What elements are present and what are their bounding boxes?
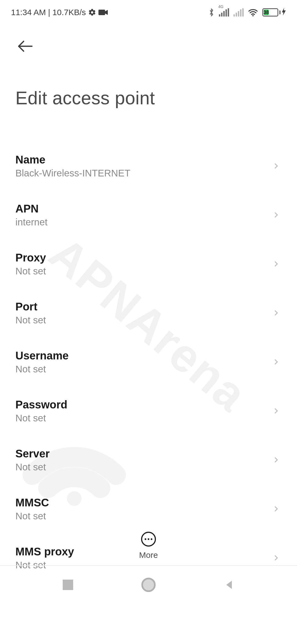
signal-network-label: 4G — [218, 4, 224, 9]
charging-icon — [282, 8, 286, 17]
setting-label: Password — [15, 399, 67, 411]
setting-label: Name — [15, 154, 130, 166]
more-icon — [141, 532, 156, 547]
setting-label: Proxy — [15, 252, 46, 264]
setting-row-name[interactable]: Name Black-Wireless-INTERNET — [15, 141, 282, 190]
chevron-right-icon — [271, 209, 282, 220]
nav-home-button[interactable] — [140, 577, 157, 593]
svg-rect-0 — [98, 10, 105, 15]
setting-label: Server — [15, 447, 50, 460]
nav-recents-button[interactable] — [60, 577, 76, 593]
chevron-right-icon — [271, 405, 282, 416]
status-time: 11:34 AM — [11, 8, 46, 17]
status-left: 11:34 AM | 10.7KB/s — [11, 8, 108, 17]
setting-value: Not set — [15, 266, 46, 277]
setting-value: Not set — [15, 413, 67, 424]
setting-row-proxy[interactable]: Proxy Not set — [15, 239, 282, 288]
svg-point-1 — [252, 15, 254, 17]
setting-row-mmsc[interactable]: MMSC Not set — [15, 484, 282, 533]
page-title: Edit access point — [15, 88, 282, 108]
setting-row-server[interactable]: Server Not set — [15, 435, 282, 484]
chevron-right-icon — [271, 503, 282, 514]
circle-icon — [141, 578, 156, 592]
setting-label: APN — [15, 203, 48, 215]
square-icon — [63, 580, 73, 590]
signal-primary-icon: 4G — [219, 8, 229, 17]
battery-percentage: 38 — [263, 10, 269, 15]
setting-value: Not set — [15, 511, 49, 522]
camera-icon — [98, 9, 108, 16]
setting-label: MMSC — [15, 496, 49, 509]
setting-value: Not set — [15, 315, 46, 326]
status-bar: 11:34 AM | 10.7KB/s 4G — [0, 0, 297, 25]
triangle-left-icon — [224, 579, 235, 590]
wifi-icon — [248, 8, 258, 17]
setting-row-apn[interactable]: APN internet — [15, 190, 282, 239]
status-right: 4G 38 — [208, 8, 286, 17]
bluetooth-icon — [208, 8, 215, 17]
setting-row-port[interactable]: Port Not set — [15, 288, 282, 337]
setting-value: Not set — [15, 364, 68, 375]
nav-back-button[interactable] — [221, 577, 237, 593]
setting-value: internet — [15, 217, 48, 228]
setting-row-username[interactable]: Username Not set — [15, 337, 282, 386]
chevron-right-icon — [271, 454, 282, 465]
setting-value: Not set — [15, 462, 50, 473]
status-separator: | — [48, 8, 50, 17]
status-network-speed: 10.7KB/s — [53, 8, 86, 17]
signal-secondary-icon — [233, 8, 244, 17]
chevron-right-icon — [271, 258, 282, 269]
setting-label: Username — [15, 350, 68, 362]
more-button[interactable]: More — [0, 532, 297, 560]
more-label: More — [139, 550, 158, 560]
battery-indicator: 38 — [262, 8, 286, 17]
app-header: Edit access point — [0, 25, 297, 108]
setting-row-password[interactable]: Password Not set — [15, 386, 282, 435]
chevron-right-icon — [271, 356, 282, 367]
setting-value: Black-Wireless-INTERNET — [15, 168, 130, 179]
chevron-right-icon — [271, 160, 282, 171]
settings-gear-icon — [88, 8, 96, 17]
setting-label: Port — [15, 301, 46, 313]
system-nav-bar — [0, 565, 297, 604]
back-button[interactable] — [15, 35, 37, 57]
chevron-right-icon — [271, 307, 282, 318]
